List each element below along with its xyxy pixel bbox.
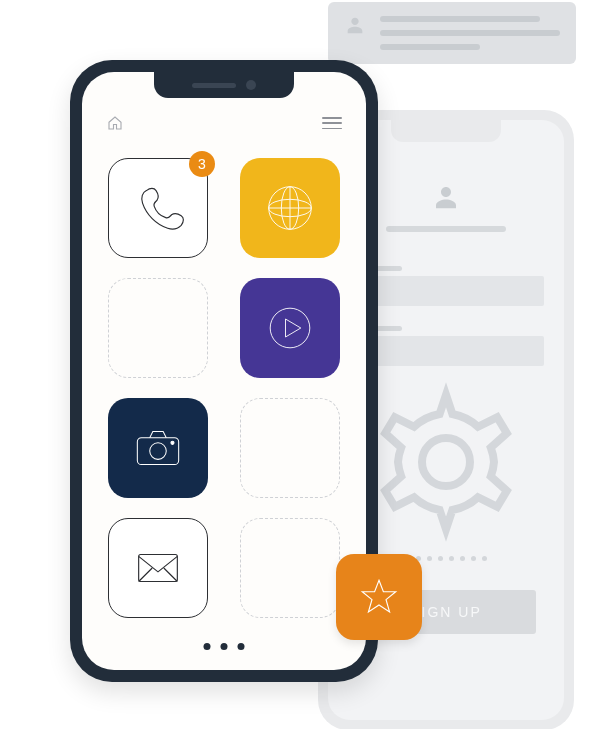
mail-app[interactable] xyxy=(108,518,208,618)
svg-point-6 xyxy=(270,308,310,348)
app-grid: 3 xyxy=(108,158,340,618)
video-app[interactable] xyxy=(240,278,340,378)
favorites-app[interactable] xyxy=(336,554,422,640)
phone-app[interactable]: 3 xyxy=(108,158,208,258)
svg-point-0 xyxy=(422,438,470,486)
person-icon xyxy=(431,182,461,212)
empty-slot[interactable] xyxy=(240,398,340,498)
home-icon[interactable] xyxy=(106,114,124,132)
notification-badge: 3 xyxy=(189,151,215,177)
menu-icon[interactable] xyxy=(322,117,342,129)
placeholder-bar xyxy=(386,226,506,232)
svg-rect-10 xyxy=(139,554,178,581)
notification-text-placeholder xyxy=(380,14,560,52)
device-notch xyxy=(154,72,294,98)
camera-app[interactable] xyxy=(108,398,208,498)
device-notch xyxy=(391,120,501,142)
empty-slot[interactable] xyxy=(108,278,208,378)
empty-slot[interactable] xyxy=(240,518,340,618)
globe-app[interactable] xyxy=(240,158,340,258)
svg-point-9 xyxy=(171,441,174,444)
primary-phone-mockup: 3 xyxy=(70,60,378,682)
page-indicator[interactable] xyxy=(204,643,245,650)
gear-icon xyxy=(366,382,526,542)
notification-card[interactable] xyxy=(328,2,576,64)
svg-point-8 xyxy=(150,443,167,460)
person-icon xyxy=(344,14,366,36)
